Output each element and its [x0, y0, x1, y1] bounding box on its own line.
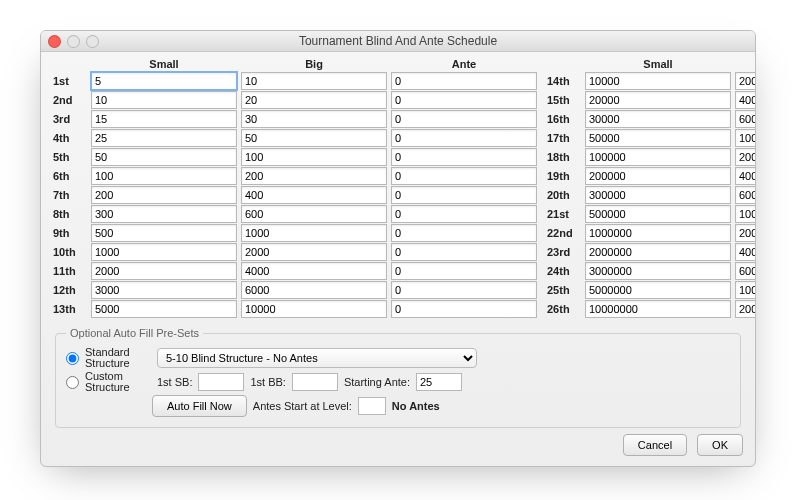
big-input[interactable] — [241, 281, 387, 299]
big-input[interactable] — [735, 281, 756, 299]
antes-start-input[interactable] — [358, 397, 386, 415]
small-input[interactable] — [91, 243, 237, 261]
level-row: 20th — [547, 186, 756, 204]
small-input[interactable] — [585, 186, 731, 204]
small-input[interactable] — [585, 91, 731, 109]
big-input[interactable] — [735, 110, 756, 128]
big-input[interactable] — [241, 91, 387, 109]
small-input[interactable] — [91, 281, 237, 299]
small-input[interactable] — [91, 167, 237, 185]
small-input[interactable] — [585, 262, 731, 280]
small-input[interactable] — [585, 243, 731, 261]
small-input[interactable] — [91, 300, 237, 318]
big-input[interactable] — [735, 262, 756, 280]
small-input[interactable] — [91, 129, 237, 147]
big-input[interactable] — [241, 205, 387, 223]
big-input[interactable] — [735, 148, 756, 166]
minimize-icon[interactable] — [67, 35, 80, 48]
small-input[interactable] — [91, 91, 237, 109]
zoom-icon[interactable] — [86, 35, 99, 48]
ante-input[interactable] — [391, 110, 537, 128]
big-input[interactable] — [735, 72, 756, 90]
big-input[interactable] — [241, 72, 387, 90]
ante-input[interactable] — [391, 243, 537, 261]
small-input[interactable] — [91, 148, 237, 166]
level-row: 13th — [53, 300, 539, 318]
small-input[interactable] — [585, 110, 731, 128]
big-input[interactable] — [735, 205, 756, 223]
small-input[interactable] — [585, 205, 731, 223]
big-input[interactable] — [241, 148, 387, 166]
auto-fill-button[interactable]: Auto Fill Now — [152, 395, 247, 417]
big-input[interactable] — [735, 186, 756, 204]
level-row: 19th — [547, 167, 756, 185]
ante-input[interactable] — [391, 148, 537, 166]
cancel-button[interactable]: Cancel — [623, 434, 687, 456]
ante-input[interactable] — [391, 186, 537, 204]
ante-input[interactable] — [391, 129, 537, 147]
big-input[interactable] — [241, 129, 387, 147]
ante-input[interactable] — [391, 72, 537, 90]
big-input[interactable] — [241, 186, 387, 204]
level-row: 11th — [53, 262, 539, 280]
col-big: Big — [239, 58, 389, 70]
big-input[interactable] — [241, 167, 387, 185]
level-row: 24th — [547, 262, 756, 280]
col-small: Small — [583, 58, 733, 70]
custom-structure-radio[interactable] — [66, 376, 79, 389]
level-label: 4th — [53, 132, 89, 144]
big-input[interactable] — [241, 243, 387, 261]
small-input[interactable] — [91, 110, 237, 128]
ante-input[interactable] — [391, 205, 537, 223]
big-input[interactable] — [735, 243, 756, 261]
small-input[interactable] — [91, 205, 237, 223]
ante-input[interactable] — [391, 91, 537, 109]
level-row: 22nd — [547, 224, 756, 242]
small-input[interactable] — [91, 224, 237, 242]
big-input[interactable] — [241, 262, 387, 280]
ante-input[interactable] — [391, 300, 537, 318]
small-input[interactable] — [91, 72, 237, 90]
small-input[interactable] — [585, 72, 731, 90]
standard-structure-radio[interactable] — [66, 352, 79, 365]
level-row: 2nd — [53, 91, 539, 109]
standard-structure-label: Standard Structure — [85, 347, 151, 369]
ante-input[interactable] — [391, 224, 537, 242]
big-input[interactable] — [735, 91, 756, 109]
first-bb-label: 1st BB: — [250, 376, 285, 388]
structure-select[interactable]: 5-10 Blind Structure - No Antes — [157, 348, 477, 368]
custom-structure-label: Custom Structure — [85, 371, 151, 393]
small-input[interactable] — [585, 300, 731, 318]
small-input[interactable] — [585, 167, 731, 185]
first-bb-input[interactable] — [292, 373, 338, 391]
level-row: 25th — [547, 281, 756, 299]
big-input[interactable] — [735, 300, 756, 318]
small-input[interactable] — [585, 129, 731, 147]
level-label: 8th — [53, 208, 89, 220]
big-input[interactable] — [241, 300, 387, 318]
ante-input[interactable] — [391, 262, 537, 280]
big-input[interactable] — [735, 129, 756, 147]
col-big: Big — [733, 58, 756, 70]
small-input[interactable] — [585, 148, 731, 166]
ante-input[interactable] — [391, 281, 537, 299]
small-input[interactable] — [585, 224, 731, 242]
level-label: 15th — [547, 94, 583, 106]
level-row: 7th — [53, 186, 539, 204]
level-row: 16th — [547, 110, 756, 128]
big-input[interactable] — [735, 167, 756, 185]
small-input[interactable] — [585, 281, 731, 299]
dialog-window: Tournament Blind And Ante Schedule Small… — [40, 30, 756, 467]
big-input[interactable] — [241, 224, 387, 242]
small-input[interactable] — [91, 262, 237, 280]
small-input[interactable] — [91, 186, 237, 204]
starting-ante-input[interactable] — [416, 373, 462, 391]
close-icon[interactable] — [48, 35, 61, 48]
ok-button[interactable]: OK — [697, 434, 743, 456]
level-label: 23rd — [547, 246, 583, 258]
ante-input[interactable] — [391, 167, 537, 185]
level-label: 11th — [53, 265, 89, 277]
first-sb-input[interactable] — [198, 373, 244, 391]
big-input[interactable] — [241, 110, 387, 128]
big-input[interactable] — [735, 224, 756, 242]
